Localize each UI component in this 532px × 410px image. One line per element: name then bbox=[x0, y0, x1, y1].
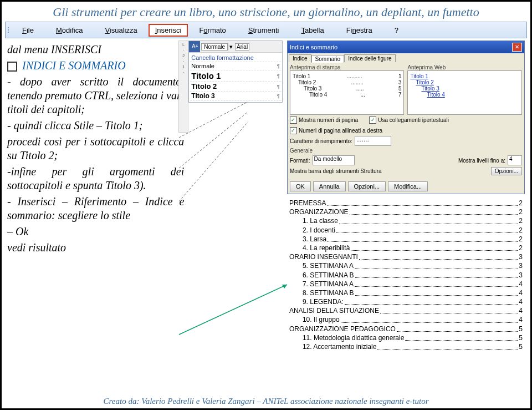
menu-finestra[interactable]: Finestra bbox=[335, 26, 383, 34]
page-title: Gli strumenti per creare un libro, uno s… bbox=[2, 2, 530, 21]
preview-web-box: Titolo 1 Titolo 2 Titolo 3 Titolo 4 bbox=[407, 70, 522, 115]
menubar: File Modifica Visualizza Inserisci Forma… bbox=[5, 22, 527, 38]
toc-row: 7. SETTIMANA A4 bbox=[289, 280, 523, 288]
menu-inserisci[interactable]: Inserisci bbox=[149, 24, 188, 37]
font-selector[interactable]: Arial bbox=[235, 43, 249, 50]
style-titolo3[interactable]: Titolo 3¶ bbox=[190, 92, 281, 101]
style-dropdown-icon[interactable]: ▾ bbox=[228, 43, 234, 50]
menu-formato[interactable]: Formato bbox=[188, 26, 237, 34]
btn-modifica[interactable]: Modifica... bbox=[388, 181, 428, 191]
menu-help[interactable]: ? bbox=[383, 26, 410, 34]
style-cancel[interactable]: Cancella formattazione bbox=[190, 54, 281, 62]
preview-web-label: Anteprima Web bbox=[407, 64, 522, 70]
inp-livelli[interactable]: 4 bbox=[508, 155, 522, 165]
menu-visualizza[interactable]: Visualizza bbox=[94, 26, 148, 34]
toc-row: ORARIO INSEGNANTI3 bbox=[289, 252, 523, 261]
styles-panel: A⁴ Normale ▾ Arial Cancella formattazion… bbox=[188, 41, 283, 103]
tab-sommario[interactable]: Sommario bbox=[311, 55, 345, 63]
style-titolo2[interactable]: Titolo 2¶ bbox=[190, 82, 281, 92]
menubar-grip[interactable] bbox=[6, 27, 11, 33]
style-selector[interactable]: Normale bbox=[201, 43, 228, 50]
chk-collegamenti[interactable]: ✓ bbox=[369, 117, 376, 124]
chk-allineati[interactable]: ✓ bbox=[290, 127, 297, 134]
menu-modifica[interactable]: Modifica bbox=[45, 26, 94, 34]
preview-print-label: Anteprima di stampa bbox=[290, 64, 405, 70]
btn-opzioni-struttura[interactable]: Opzioni... bbox=[491, 167, 522, 175]
toc-row: 8. SETTIMANA B4 bbox=[289, 288, 523, 297]
inp-formati[interactable]: Da modello bbox=[313, 155, 355, 165]
toc-row: 9. LEGENDA:4 bbox=[289, 297, 523, 306]
style-normale[interactable]: Normale¶ bbox=[190, 62, 281, 70]
toc-row: 12. Accertamento iniziale5 bbox=[289, 342, 523, 351]
btn-opzioni[interactable]: Opzioni... bbox=[348, 181, 386, 191]
style-titolo1[interactable]: Titolo 1¶ bbox=[190, 70, 281, 82]
menu-strumenti[interactable]: Strumenti bbox=[237, 26, 290, 34]
menu-file[interactable]: File bbox=[11, 26, 45, 34]
toc-row: 2. I docenti2 bbox=[289, 226, 523, 235]
svg-marker-4 bbox=[282, 285, 287, 288]
toc-row: 11. Metodologia didattica generale5 bbox=[289, 333, 523, 342]
toc-row: 4. La reperibilità2 bbox=[289, 244, 523, 252]
dialog-title: Indici e sommario bbox=[290, 44, 337, 50]
btn-annulla[interactable]: Annulla bbox=[313, 181, 346, 191]
preview-print-box: Titolo 1..........1 Titolo 2........3 Ti… bbox=[290, 70, 405, 115]
tab-indice[interactable]: Indice bbox=[289, 54, 311, 62]
instruction-text: dal menu INSERISCI INDICI E SOMMARIO - d… bbox=[7, 41, 184, 353]
toc-row: PREMESSA2 bbox=[289, 199, 523, 207]
toc-row: 10. Il gruppo4 bbox=[289, 315, 523, 324]
toc-row: ORGANIZZAZIONE PEDAGOGICO5 bbox=[289, 325, 523, 333]
menu-tabella[interactable]: Tabella bbox=[290, 26, 335, 34]
styles-icon[interactable]: A⁴ bbox=[189, 41, 200, 52]
btn-ok[interactable]: OK bbox=[290, 181, 311, 191]
page-footer: Creato da: Valerio Pedrelli e Valeria Za… bbox=[2, 397, 530, 406]
tab-figure[interactable]: Indice delle figure bbox=[344, 54, 395, 62]
toc-row: 1. La classe2 bbox=[289, 216, 523, 225]
close-icon[interactable]: ✕ bbox=[512, 43, 522, 52]
indici-sommario-dialog: Indici e sommario✕ Indice Sommario Indic… bbox=[287, 41, 525, 194]
toc-row: ANALISI DELLA SITUAZIONE4 bbox=[289, 306, 523, 315]
toc-row: ORGANIZZAZIONE2 bbox=[289, 207, 523, 216]
toc-row: 6. SETTIMANA B3 bbox=[289, 271, 523, 280]
toc-result: PREMESSA2ORGANIZZAZIONE21. La classe22. … bbox=[287, 196, 525, 353]
chk-numeri[interactable]: ✓ bbox=[290, 117, 297, 124]
toc-row: 5. SETTIMANA A3 bbox=[289, 261, 523, 270]
toc-row: 3. Larsa2 bbox=[289, 235, 523, 244]
inp-carattere[interactable]: ……. bbox=[355, 136, 391, 146]
vertical-ruler: L·2·1· bbox=[178, 41, 188, 133]
